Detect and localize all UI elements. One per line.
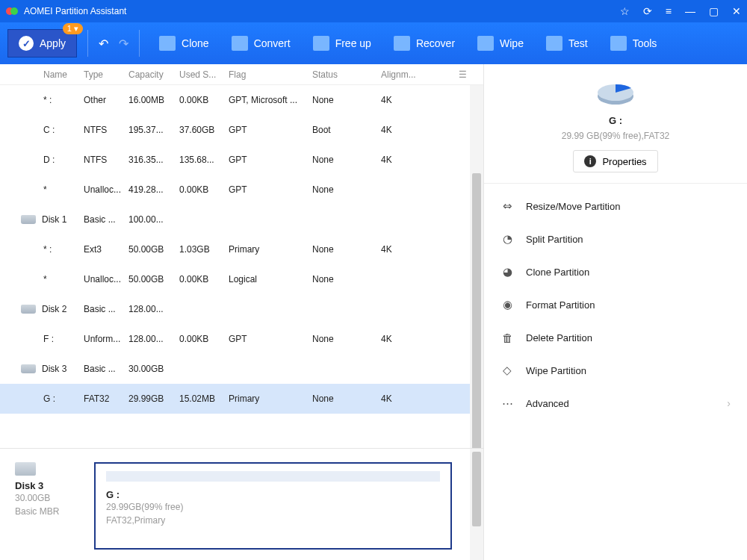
- star-icon[interactable]: ☆: [620, 5, 630, 17]
- toolbar: ✓ Apply 1 ▾ ↶ ↷ Clone Convert Free up Re…: [0, 22, 747, 64]
- row-align: 4K: [381, 155, 427, 165]
- col-name[interactable]: Name: [0, 69, 84, 80]
- close-icon[interactable]: ✕: [732, 5, 741, 17]
- minimize-icon[interactable]: —: [685, 5, 695, 17]
- row-capacity: 419.28...: [128, 184, 179, 195]
- row-capacity: 50.00GB: [128, 244, 179, 255]
- disk-icon: [21, 305, 36, 314]
- row-name: F :: [43, 334, 54, 344]
- separator: [139, 30, 140, 57]
- usage-bar: [106, 471, 440, 482]
- tools-button[interactable]: Tools: [601, 31, 666, 55]
- disk-summary: Disk 3 30.00GB Basic MBR: [15, 462, 82, 550]
- col-flag[interactable]: Flag: [229, 69, 312, 80]
- disk-icon: [15, 462, 36, 476]
- row-type: NTFS: [84, 155, 128, 165]
- row-flag: GPT: [229, 184, 312, 195]
- partition-row[interactable]: *Unalloc...419.28...0.00KBGPTNone: [0, 175, 483, 205]
- col-used[interactable]: Used S...: [179, 69, 229, 80]
- clone-button[interactable]: Clone: [150, 31, 218, 55]
- partition-row[interactable]: * :Ext350.00GB1.03GBPrimaryNone4K: [0, 234, 483, 264]
- freeup-button[interactable]: Free up: [304, 31, 380, 55]
- row-type: Unalloc...: [84, 274, 128, 284]
- partition-row[interactable]: *Unalloc...50.00GB0.00KBLogicalNone: [0, 264, 483, 294]
- disk-size: 30.00GB: [15, 491, 82, 505]
- op-icon: ◇: [500, 364, 514, 377]
- row-align: 4K: [381, 334, 427, 344]
- partition-row[interactable]: F :Unform...128.00...0.00KBGPTNone4K: [0, 324, 483, 354]
- col-status[interactable]: Status: [312, 69, 381, 80]
- row-type: NTFS: [84, 125, 128, 135]
- op-advanced[interactable]: ⋯Advanced›: [484, 387, 747, 420]
- wipe-button[interactable]: Wipe: [468, 31, 533, 55]
- row-name: G :: [43, 393, 55, 404]
- op-icon: 🗑: [500, 331, 514, 344]
- op-clone-partition[interactable]: ◕Clone Partition: [484, 255, 747, 288]
- info-icon: i: [584, 155, 596, 167]
- details-panel: G : 29.99 GB(99% free),FAT32 i Propertie…: [484, 64, 747, 560]
- col-capacity[interactable]: Capacity: [128, 69, 179, 80]
- row-name: * :: [43, 244, 52, 255]
- op-delete-partition[interactable]: 🗑Delete Partition: [484, 321, 747, 354]
- op-format-partition[interactable]: ◉Format Partition: [484, 288, 747, 321]
- disk-row[interactable]: Disk 2Basic ...128.00...: [0, 294, 483, 324]
- row-status: None: [312, 155, 381, 165]
- partition-block[interactable]: G : 29.99GB(99% free) FAT32,Primary: [94, 462, 452, 550]
- row-used: 15.02MB: [179, 393, 229, 404]
- row-type: Unform...: [84, 334, 128, 344]
- maximize-icon[interactable]: ▢: [709, 5, 719, 17]
- row-flag: GPT: [229, 125, 312, 135]
- op-label: Delete Partition: [526, 332, 592, 343]
- scroll-thumb[interactable]: [472, 173, 481, 448]
- part-line2: FAT32,Primary: [106, 514, 440, 527]
- app-logo-icon: [6, 5, 18, 17]
- op-split-partition[interactable]: ◔Split Partition: [484, 223, 747, 255]
- partition-row[interactable]: * :Other16.00MB0.00KBGPT, Microsoft ...N…: [0, 85, 483, 115]
- row-capacity: 50.00GB: [128, 274, 179, 284]
- scroll-thumb[interactable]: [472, 452, 481, 526]
- disk-map: Disk 3 30.00GB Basic MBR G : 29.99GB(99%…: [0, 448, 483, 560]
- row-type: Basic ...: [84, 304, 128, 314]
- op-icon: ◉: [500, 298, 514, 311]
- part-name: G :: [106, 489, 440, 500]
- op-icon: ◕: [500, 265, 514, 279]
- disk-row[interactable]: Disk 1Basic ...100.00...: [0, 205, 483, 234]
- selected-desc: 29.99 GB(99% free),FAT32: [562, 131, 670, 141]
- redo-icon[interactable]: ↷: [119, 37, 128, 51]
- op-resize-move-partition[interactable]: ⇔Resize/Move Partition: [484, 190, 747, 223]
- pending-badge[interactable]: 1 ▾: [63, 23, 83, 34]
- test-button[interactable]: Test: [537, 31, 597, 55]
- row-type: Basic ...: [84, 364, 128, 374]
- convert-button[interactable]: Convert: [223, 31, 300, 55]
- titlebar: AOMEI Partition Assistant ☆ ⟳ ≡ — ▢ ✕: [0, 0, 747, 22]
- undo-icon[interactable]: ↶: [99, 37, 108, 51]
- partition-row[interactable]: G :FAT3229.99GB15.02MBPrimaryNone4K: [0, 384, 483, 414]
- row-flag: Primary: [229, 244, 312, 255]
- vertical-scrollbar[interactable]: [470, 85, 483, 448]
- row-name: * :: [43, 95, 52, 105]
- op-label: Wipe Partition: [526, 365, 586, 376]
- row-used: 1.03GB: [179, 244, 229, 255]
- row-type: Other: [84, 95, 128, 105]
- row-type: Basic ...: [84, 214, 128, 225]
- bottom-scrollbar[interactable]: [470, 449, 483, 560]
- row-status: None: [312, 95, 381, 105]
- col-align[interactable]: Alignm...: [381, 69, 427, 80]
- refresh-icon[interactable]: ⟳: [643, 5, 652, 17]
- row-name: D :: [43, 155, 55, 165]
- partition-table: * :Other16.00MB0.00KBGPT, Microsoft ...N…: [0, 85, 483, 448]
- op-wipe-partition[interactable]: ◇Wipe Partition: [484, 354, 747, 387]
- wipe-icon: [477, 36, 494, 51]
- columns-menu-icon[interactable]: ☰: [459, 69, 467, 80]
- menu-icon[interactable]: ≡: [666, 5, 672, 17]
- disk-row[interactable]: Disk 3Basic ...30.00GB: [0, 354, 483, 384]
- row-name: C :: [43, 125, 55, 135]
- properties-button[interactable]: i Properties: [573, 150, 657, 172]
- col-type[interactable]: Type: [84, 69, 128, 80]
- row-status: None: [312, 393, 381, 404]
- partition-row[interactable]: D :NTFS316.35...135.68...GPTNone4K: [0, 145, 483, 175]
- partition-row[interactable]: C :NTFS195.37...37.60GBGPTBoot4K: [0, 115, 483, 145]
- recover-button[interactable]: Recover: [385, 31, 464, 55]
- row-status: None: [312, 334, 381, 344]
- row-capacity: 128.00...: [128, 304, 179, 314]
